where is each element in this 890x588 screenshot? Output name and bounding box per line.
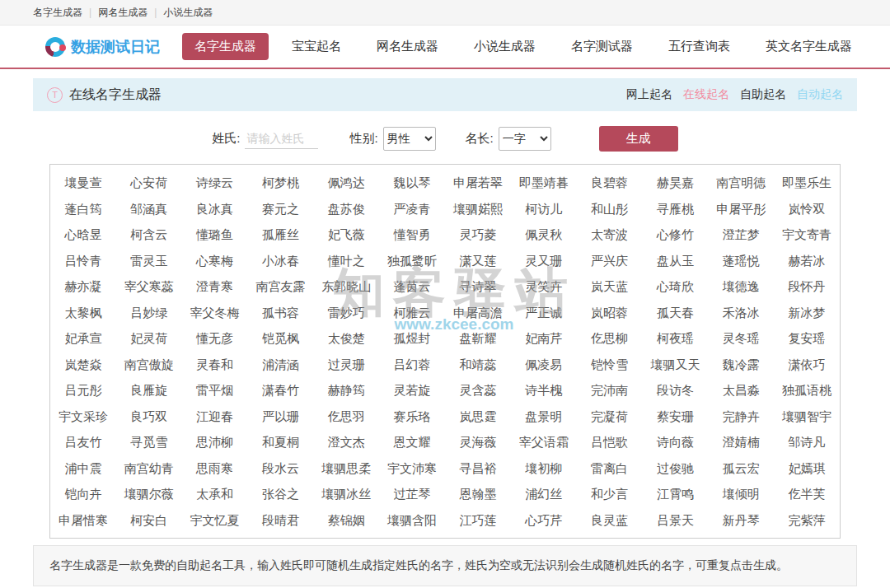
name-item: 太昌淼 [708, 377, 774, 404]
topbar-link[interactable]: 小说生成器 [163, 6, 213, 20]
name-item: 柯访儿 [511, 196, 577, 222]
name-item: 江霄鸣 [643, 481, 709, 507]
name-item: 宰父语霜 [511, 429, 577, 455]
name-item: 赛元之 [248, 196, 314, 222]
name-item: 新冰梦 [774, 300, 840, 326]
name-item: 浦清涵 [248, 352, 314, 378]
name-item: 寻觅雪 [116, 429, 182, 455]
topbar-link[interactable]: 名字生成器 [33, 6, 82, 20]
name-item: 潇春竹 [248, 377, 314, 404]
name-item: 恩文耀 [379, 429, 445, 455]
name-item: 完凝荷 [577, 404, 643, 430]
name-item: 小冰春 [248, 248, 314, 274]
name-item: 诗向薇 [643, 429, 709, 455]
name-item: 壤初柳 [511, 455, 577, 482]
name-item: 心寒梅 [182, 248, 248, 274]
length-label: 名长: [466, 131, 494, 147]
gender-select[interactable]: 男性 [383, 127, 436, 151]
name-item: 宰父冬梅 [182, 300, 248, 326]
name-item: 柯含云 [116, 222, 182, 248]
name-item: 柯安白 [116, 507, 182, 534]
name-item: 和靖蕊 [445, 352, 511, 378]
panel-link[interactable]: 自助起名 [740, 87, 786, 102]
panel-link[interactable]: 网上起名 [626, 87, 672, 102]
name-item: 壤驷尔薇 [116, 481, 182, 507]
name-item: 复安瑶 [774, 325, 840, 352]
nav-item[interactable]: 网名生成器 [364, 33, 451, 60]
name-item: 壤驷含阳 [379, 507, 445, 534]
name-item: 新丹琴 [708, 507, 774, 534]
name-item: 江巧莲 [445, 507, 511, 534]
name-item: 过芷琴 [379, 481, 445, 507]
nav-item[interactable]: 五行查询表 [656, 33, 742, 60]
name-item: 妃承宣 [50, 325, 116, 352]
name-item: 壤驷冰丝 [313, 481, 379, 507]
name-item: 灵若旋 [379, 377, 445, 404]
name-item: 良冰真 [182, 196, 248, 222]
name-item: 懂叶之 [313, 248, 379, 274]
name-item: 赫静筠 [313, 377, 379, 404]
nav-item[interactable]: 英文名字生成器 [753, 33, 864, 60]
name-item: 寻昌裕 [445, 455, 511, 482]
panel-link[interactable]: 在线起名 [683, 87, 729, 102]
name-item: 蓬茵云 [379, 273, 445, 300]
name-item: 雷离白 [577, 455, 643, 482]
name-item: 寻雁桃 [643, 196, 709, 222]
panel-title-text: 在线名字生成器 [69, 86, 162, 104]
name-item: 完紫萍 [774, 507, 840, 534]
name-item: 宰父寒蕊 [116, 273, 182, 300]
name-item: 良灵蓝 [577, 507, 643, 534]
site-logo[interactable]: 数据测试日记 [45, 37, 171, 57]
name-item: 蓬白筠 [50, 196, 116, 222]
name-item: 严以珊 [248, 404, 314, 430]
name-item: 潇又莲 [445, 248, 511, 274]
name-item: 诗半槐 [511, 377, 577, 404]
surname-input[interactable] [245, 128, 318, 149]
generate-button[interactable]: 生成 [599, 126, 678, 152]
name-item: 严正诚 [511, 300, 577, 326]
name-item: 吕妙绿 [116, 300, 182, 326]
name-item: 心修竹 [643, 222, 709, 248]
nav-item[interactable]: 小说生成器 [461, 33, 548, 60]
name-item: 和少言 [577, 481, 643, 507]
name-item: 赛乐珞 [379, 404, 445, 430]
name-item: 心琦欣 [643, 273, 709, 300]
name-item: 孤书容 [248, 300, 314, 326]
panel-header: T 在线名字生成器 网上起名在线起名自助起名自动起名 [33, 78, 857, 111]
name-item: 澄芷梦 [708, 222, 774, 248]
generator-form: 姓氏: 性别: 男性 名长: 一字 生成 [33, 124, 857, 153]
name-item: 壤曼萱 [50, 170, 116, 196]
name-item: 过灵珊 [313, 352, 379, 378]
name-item: 和山彤 [577, 196, 643, 222]
name-item: 心晗昱 [50, 222, 116, 248]
topbar-separator: | [148, 7, 163, 18]
footer-note: 名字生成器是一款免费的自助起名工具，输入姓氏即可随机生成指定姓氏的名字，姓氏为空… [33, 545, 857, 586]
name-item: 段水云 [248, 455, 314, 482]
nav-item[interactable]: 宝宝起名 [279, 33, 354, 60]
name-item: 吕怜青 [50, 248, 116, 274]
name-item: 孤雁丝 [248, 222, 314, 248]
panel-link[interactable]: 自动起名 [797, 87, 843, 102]
name-item: 申屠若翠 [445, 170, 511, 196]
topbar-link[interactable]: 网名生成器 [98, 6, 148, 20]
name-item: 太承和 [182, 481, 248, 507]
name-item: 岚怜双 [774, 196, 840, 222]
name-item: 心安荷 [116, 170, 182, 196]
name-item: 吕景天 [643, 507, 709, 534]
name-item: 铠怜雪 [577, 352, 643, 378]
name-item: 东郭晓山 [313, 273, 379, 300]
name-item: 吕恺歌 [577, 429, 643, 455]
name-item: 宇文沛寒 [379, 455, 445, 482]
name-item: 妃灵荷 [116, 325, 182, 352]
site-header: 数据测试日记 名字生成器宝宝起名网名生成器小说生成器名字测试器五行查询表英文名字… [0, 26, 890, 69]
length-select[interactable]: 一字 [499, 127, 551, 151]
t-circle-icon: T [47, 87, 63, 103]
name-item: 灵又珊 [511, 248, 577, 274]
name-item: 佩凌易 [511, 352, 577, 378]
name-item: 仡半芙 [774, 481, 840, 507]
nav-item[interactable]: 名字测试器 [559, 33, 645, 60]
nav-item[interactable]: 名字生成器 [182, 33, 269, 60]
name-item: 壤倾明 [708, 481, 774, 507]
name-item: 独孤语桃 [774, 377, 840, 404]
name-item: 宇文忆夏 [182, 507, 248, 534]
